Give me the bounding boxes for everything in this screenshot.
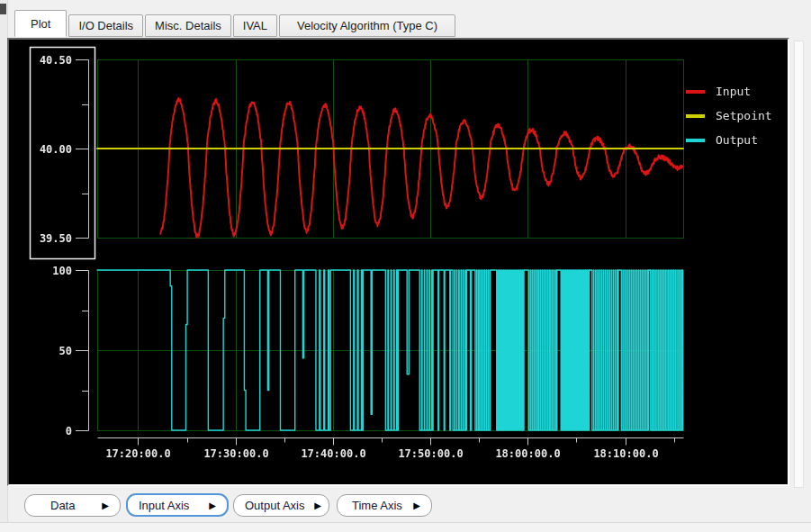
window-notch (0, 4, 6, 14)
menu-button-label: Output Axis (245, 499, 304, 512)
legend-label: Output (716, 133, 758, 147)
tab-label: Misc. Details (155, 19, 221, 32)
menu-arrow-icon: ▶ (314, 500, 321, 510)
menu-button-label: Data (50, 499, 75, 512)
legend-label: Setpoint (716, 109, 772, 122)
tab-ival[interactable]: IVAL (233, 14, 277, 37)
tab-velocity-algorithm-type-c[interactable]: Velocity Algorithm (Type C) (279, 14, 455, 37)
menu-button-label: Input Axis (139, 499, 189, 512)
tab-plot[interactable]: Plot (14, 10, 67, 37)
trend-plot-screen: { "tabs": { "items": [ {"id":"plot","lab… (0, 0, 811, 532)
data-menu-button[interactable]: Data▶ (24, 494, 121, 517)
legend-item-output[interactable]: Output (686, 128, 772, 152)
plot-panel: InputSetpointOutput (7, 38, 789, 486)
legend-item-input[interactable]: Input (686, 79, 772, 104)
legend-label: Input (716, 85, 751, 98)
menu-button-label: Time Axis (352, 499, 402, 512)
tab-bar: PlotI/O DetailsMisc. DetailsIVALVelocity… (14, 10, 455, 37)
tab-io-details[interactable]: I/O Details (68, 14, 143, 37)
legend-color-swatch (686, 114, 705, 118)
vertical-scrollbar-track[interactable] (794, 41, 804, 488)
bottom-divider (0, 522, 811, 532)
plot-canvas[interactable] (9, 40, 788, 484)
legend-color-swatch (686, 139, 705, 142)
tab-label: Velocity Algorithm (Type C) (297, 19, 437, 32)
plot-legend: InputSetpointOutput (686, 79, 772, 152)
input-axis-menu-button[interactable]: Input Axis▶ (126, 493, 229, 517)
menu-arrow-icon: ▶ (413, 500, 420, 510)
time-axis-menu-button[interactable]: Time Axis▶ (337, 494, 432, 517)
menu-arrow-icon: ▶ (102, 500, 109, 510)
tab-label: I/O Details (78, 19, 133, 32)
menu-arrow-icon: ▶ (209, 500, 216, 510)
legend-color-swatch (686, 90, 705, 94)
tab-misc-details[interactable]: Misc. Details (145, 14, 231, 37)
tab-label: Plot (31, 17, 50, 31)
legend-item-setpoint[interactable]: Setpoint (686, 104, 772, 128)
tab-label: IVAL (243, 19, 267, 32)
output-axis-menu-button[interactable]: Output Axis▶ (233, 494, 329, 517)
